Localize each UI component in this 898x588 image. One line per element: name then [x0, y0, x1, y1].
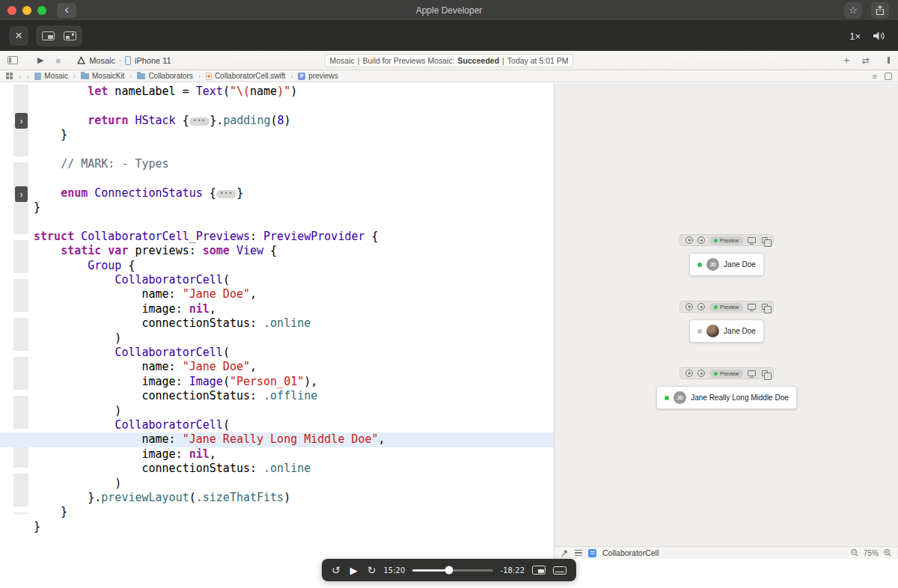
- preview-mode-pill[interactable]: Preview: [709, 370, 743, 378]
- inspector-toggle-icon[interactable]: [880, 56, 891, 64]
- favorite-button[interactable]: ☆: [844, 2, 862, 19]
- go-forward-icon[interactable]: ›: [27, 72, 30, 81]
- breadcrumb-group-collaborators[interactable]: Collaborators: [137, 72, 192, 80]
- editor-options-icon[interactable]: [885, 73, 892, 80]
- preview-mode-pill[interactable]: Preview: [709, 303, 743, 311]
- seek-thumb[interactable]: [445, 566, 453, 575]
- run-button[interactable]: ▶: [37, 55, 43, 65]
- navigator-toggle-icon[interactable]: [7, 56, 18, 64]
- breadcrumb-symbol[interactable]: P previews: [298, 72, 337, 80]
- code-line[interactable]: connectionStatus: .offline: [0, 389, 554, 403]
- live-preview-icon[interactable]: [685, 236, 693, 244]
- stop-button[interactable]: ■: [55, 56, 61, 65]
- code-line[interactable]: }.previewLayout(.sizeThatFits): [0, 491, 554, 505]
- code-line[interactable]: name: "Jane Doe",: [0, 287, 554, 301]
- source-editor[interactable]: › › let nameLabel = Text("\(name)") retu…: [0, 83, 554, 559]
- seek-slider[interactable]: [412, 569, 492, 572]
- code-line[interactable]: connectionStatus: .online: [0, 462, 554, 476]
- gallery-view-icon[interactable]: [64, 31, 76, 40]
- code-line[interactable]: struct CollaboratorCell_Previews: Previe…: [0, 230, 554, 244]
- breadcrumb-file[interactable]: CollaboratorCell.swift: [206, 72, 285, 80]
- live-preview-icon[interactable]: [685, 303, 693, 310]
- code-line[interactable]: image: nil,: [0, 447, 554, 462]
- device-preview-icon[interactable]: [748, 304, 756, 310]
- breadcrumb-group-mosaickit[interactable]: MosaicKit: [81, 72, 124, 80]
- code-line[interactable]: CollaboratorCell(: [0, 346, 554, 360]
- code-line[interactable]: enum ConnectionStatus {•••}: [0, 186, 554, 200]
- code-line[interactable]: static var previews: some View {: [0, 244, 554, 258]
- close-player-button[interactable]: ×: [9, 26, 28, 46]
- duplicate-preview-icon[interactable]: [762, 237, 768, 243]
- code-line[interactable]: name: "Jane Doe",: [0, 360, 554, 374]
- inspect-preview-icon[interactable]: [697, 303, 705, 310]
- code-line[interactable]: }: [0, 505, 554, 519]
- code-line[interactable]: Group {: [0, 259, 554, 273]
- share-button[interactable]: [871, 2, 889, 19]
- breadcrumb-project[interactable]: Mosaic: [34, 72, 68, 80]
- preview-file-icon: [588, 549, 596, 557]
- view-mode-group: [36, 25, 82, 46]
- zoom-out-icon[interactable]: [850, 548, 859, 557]
- playback-speed-button[interactable]: 1×: [849, 31, 861, 42]
- elapsed-time: 15:20: [383, 566, 405, 575]
- code-fold-marker[interactable]: ›: [15, 113, 28, 129]
- preview-mode-pill[interactable]: Preview: [709, 236, 743, 245]
- preview-file-name[interactable]: CollaboratorCell: [602, 548, 659, 557]
- code-line[interactable]: connectionStatus: .online: [0, 316, 554, 331]
- pip-icon[interactable]: [532, 566, 546, 575]
- code-line[interactable]: // MARK: - Types: [0, 157, 554, 171]
- code-fold-token[interactable]: •••: [216, 190, 236, 198]
- device-preview-icon[interactable]: [748, 370, 756, 376]
- code-line[interactable]: [0, 143, 554, 157]
- code-line[interactable]: [0, 171, 554, 186]
- duplicate-preview-icon[interactable]: [762, 304, 768, 310]
- related-items-icon[interactable]: [6, 73, 9, 76]
- preview-card[interactable]: Jane Doe: [689, 319, 764, 343]
- code-fold-marker[interactable]: ›: [15, 186, 28, 202]
- fullscreen-window-button[interactable]: [37, 6, 46, 15]
- code-line[interactable]: image: nil,: [0, 302, 554, 316]
- code-line[interactable]: }: [0, 200, 554, 215]
- preview-card[interactable]: JD Jane Really Long Middle Doe: [656, 386, 797, 409]
- duplicate-preview-icon[interactable]: [762, 370, 768, 376]
- code-line[interactable]: }: [0, 128, 554, 142]
- keyboard-icon[interactable]: [553, 566, 566, 575]
- code-line-selected[interactable]: name: "Jane Really Long Middle Doe",: [0, 432, 554, 447]
- play-button[interactable]: ▶: [350, 566, 358, 575]
- pin-icon[interactable]: [561, 549, 569, 557]
- player-controls: ↺ ▶ ↻ 15:20 -18:22: [322, 559, 576, 581]
- scheme-selector[interactable]: Mosaic › iPhone 11: [77, 56, 171, 65]
- list-icon[interactable]: [575, 550, 582, 556]
- device-preview-icon[interactable]: [748, 237, 756, 243]
- code-line[interactable]: ): [0, 404, 554, 418]
- zoom-in-icon[interactable]: [883, 548, 892, 557]
- add-editor-icon[interactable]: ＋: [841, 54, 852, 67]
- code-line[interactable]: ): [0, 477, 554, 491]
- back-button[interactable]: ‹: [57, 3, 76, 18]
- inspect-preview-icon[interactable]: [697, 370, 705, 377]
- code-line[interactable]: }: [0, 520, 554, 534]
- go-back-icon[interactable]: ‹: [19, 72, 22, 81]
- canvas-zoom-controls: 75%: [850, 548, 892, 557]
- skip-back-icon[interactable]: ↺: [332, 565, 340, 575]
- skip-forward-icon[interactable]: ↻: [367, 565, 376, 575]
- code-line[interactable]: CollaboratorCell(: [0, 418, 554, 432]
- zoom-level[interactable]: 75%: [864, 549, 879, 557]
- close-window-button[interactable]: [7, 6, 16, 15]
- code-line[interactable]: image: Image("Person_01"),: [0, 375, 554, 389]
- inspect-preview-icon[interactable]: [697, 236, 705, 244]
- editor-arrange-icon[interactable]: ⇄: [862, 55, 870, 66]
- code-line[interactable]: [0, 215, 554, 230]
- live-preview-icon[interactable]: [685, 370, 693, 377]
- volume-icon[interactable]: [873, 31, 886, 41]
- code-fold-token[interactable]: •••: [189, 117, 210, 126]
- minimap-icon[interactable]: ≡: [873, 72, 877, 81]
- code-line[interactable]: ): [0, 331, 554, 346]
- preview-card[interactable]: JD Jane Doe: [689, 253, 764, 276]
- pip-view-icon[interactable]: [42, 31, 55, 40]
- code-line[interactable]: return HStack {•••}.padding(8): [0, 114, 554, 128]
- code-line[interactable]: [0, 99, 554, 113]
- code-line[interactable]: CollaboratorCell(: [0, 273, 554, 287]
- code-line[interactable]: let nameLabel = Text("\(name)"): [0, 85, 554, 99]
- minimize-window-button[interactable]: [22, 6, 31, 15]
